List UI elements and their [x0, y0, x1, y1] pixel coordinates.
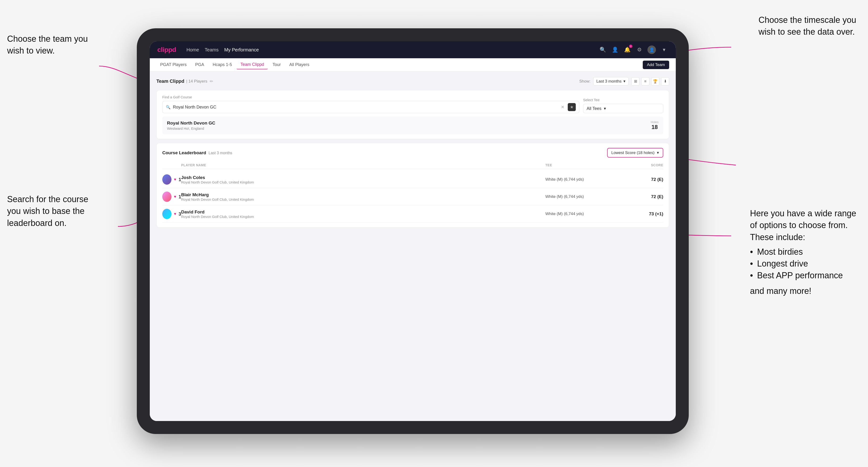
tee-info-3: White (M) (6,744 yds): [545, 212, 616, 216]
player-club-2: Royal North Devon Golf Club, United King…: [181, 197, 545, 201]
show-value: Last 3 months: [596, 79, 621, 84]
table-row: ♥ 1 Blair McHarg Royal North Devon Golf …: [162, 188, 663, 206]
bell-icon-nav[interactable]: 🔔 1: [623, 45, 631, 54]
tee-dropdown[interactable]: All Tees ▾: [583, 104, 663, 113]
col-score: SCORE: [616, 163, 663, 167]
search-icon: 🔍: [166, 105, 170, 110]
player-rank-1: ♥ 1: [162, 174, 181, 185]
nav-links: Home Teams My Performance: [186, 47, 591, 53]
user-avatar-nav[interactable]: 👤: [647, 45, 656, 54]
tee-info-1: White (M) (6,744 yds): [545, 177, 616, 182]
nav-home[interactable]: Home: [186, 47, 199, 53]
edit-team-icon[interactable]: ✏: [210, 79, 213, 84]
team-player-count: | 14 Players: [186, 79, 207, 84]
trophy-view-button[interactable]: 🏆: [651, 77, 659, 85]
player-avatar-2: [162, 191, 172, 202]
tee-select-field: Select Tee All Tees ▾: [583, 98, 663, 113]
select-tee-label: Select Tee: [583, 98, 663, 102]
heart-icon-1: ♥: [174, 177, 176, 182]
player-club-3: Royal North Devon Golf Club, United King…: [181, 215, 545, 219]
annotation-bottom-right: Here you have a wide range of options to…: [750, 208, 856, 296]
avatar-chevron-icon[interactable]: ▾: [660, 45, 668, 54]
heart-icon-3: ♥: [174, 212, 176, 216]
holes-label: Holes: [651, 120, 658, 124]
annotation-tr-line2: wish to see the data over.: [758, 27, 855, 36]
search-row: Find a Golf Course 🔍 ✕ ★ Select Tee All …: [162, 95, 663, 113]
table-row: ♥ 1 Josh Coles Royal North Devon Golf Cl…: [162, 171, 663, 188]
nav-my-performance[interactable]: My Performance: [224, 47, 259, 53]
team-name: Team Clippd: [156, 79, 184, 84]
bullet-app: Best APP performance: [750, 271, 856, 280]
score-val-1: 72 (E): [616, 177, 663, 182]
course-search-input[interactable]: [173, 105, 557, 110]
list-view-button[interactable]: ≡: [641, 77, 649, 85]
ann-br-t1: Here you have a wide range: [750, 209, 856, 218]
holes-number: 18: [651, 124, 658, 130]
col-rank: [162, 163, 181, 167]
course-name: Royal North Devon GC: [167, 121, 215, 126]
find-course-label: Find a Golf Course: [162, 95, 579, 99]
person-icon-nav[interactable]: 👤: [611, 45, 619, 54]
player-name-1: Josh Coles: [181, 175, 545, 180]
nav-icons: 🔍 👤 🔔 1 ⚙ 👤 ▾: [598, 45, 668, 54]
main-content: Team Clippd | 14 Players ✏ Show: Last 3 …: [150, 71, 676, 421]
rank-number-3: 3: [179, 211, 181, 217]
score-val-3: 73 (+1): [616, 211, 663, 217]
player-rank-3: ♥ 3: [162, 209, 181, 219]
annotation-tr-line1: Choose the timescale you: [758, 15, 856, 25]
leaderboard-title-wrap: Course Leaderboard Last 3 months: [162, 150, 232, 155]
nav-bar: clippd Home Teams My Performance 🔍 👤 🔔 1…: [150, 41, 676, 58]
settings-icon-nav[interactable]: ⚙: [635, 45, 644, 54]
holes-box: Holes 18: [651, 120, 658, 130]
nav-logo: clippd: [157, 46, 176, 54]
col-tee: TEE: [545, 163, 616, 167]
show-controls: Show: Last 3 months ▾ ⊞ ≡ 🏆 ⬇: [579, 77, 669, 85]
rank-number-1: 1: [179, 177, 181, 182]
player-info-1: Josh Coles Royal North Devon Golf Club, …: [181, 175, 545, 184]
sub-nav-tour[interactable]: Tour: [269, 60, 284, 69]
annotation-line2: wish to view.: [7, 46, 55, 55]
search-icon-nav[interactable]: 🔍: [598, 45, 607, 54]
score-val-2: 72 (E): [616, 194, 663, 199]
view-icons: ⊞ ≡ 🏆 ⬇: [631, 77, 669, 85]
heart-icon-2: ♥: [174, 195, 176, 199]
nav-teams[interactable]: Teams: [205, 47, 219, 53]
sub-nav-team-clippd[interactable]: Team Clippd: [237, 60, 268, 69]
sub-nav: PGAT Players PGA Hcaps 1-5 Team Clippd T…: [150, 58, 676, 71]
annotation-top-left: Choose the team you wish to view.: [7, 33, 88, 57]
player-info-3: David Ford Royal North Devon Golf Club, …: [181, 210, 545, 219]
table-header: PLAYER NAME TEE SCORE: [162, 161, 663, 169]
favorite-button[interactable]: ★: [568, 103, 576, 111]
annotation-line1: Choose the team you: [7, 34, 88, 44]
course-result: Royal North Devon GC Westward Ho!, Engla…: [162, 117, 663, 134]
grid-view-button[interactable]: ⊞: [631, 77, 640, 85]
team-header: Team Clippd | 14 Players ✏ Show: Last 3 …: [156, 77, 669, 85]
leaderboard-section: Course Leaderboard Last 3 months Lowest …: [156, 143, 669, 228]
clear-search-button[interactable]: ✕: [560, 104, 565, 110]
search-section: Find a Golf Course 🔍 ✕ ★ Select Tee All …: [156, 90, 669, 139]
notification-badge: 1: [629, 44, 632, 48]
add-team-button[interactable]: Add Team: [643, 61, 669, 69]
leaderboard-header: Course Leaderboard Last 3 months Lowest …: [162, 148, 663, 158]
sub-nav-pga[interactable]: PGA: [191, 60, 208, 69]
tee-info-2: White (M) (6,744 yds): [545, 194, 616, 199]
and-more-text: and many more!: [750, 286, 856, 296]
tablet-screen: clippd Home Teams My Performance 🔍 👤 🔔 1…: [150, 41, 676, 421]
sub-nav-pgat[interactable]: PGAT Players: [156, 60, 190, 69]
leaderboard-subtitle: Last 3 months: [209, 151, 232, 155]
tablet-frame: clippd Home Teams My Performance 🔍 👤 🔔 1…: [137, 28, 689, 434]
sub-nav-hcaps[interactable]: Hcaps 1-5: [209, 60, 236, 69]
bullet-drive: Longest drive: [750, 259, 856, 269]
download-button[interactable]: ⬇: [661, 77, 669, 85]
player-club-1: Royal North Devon Golf Club, United King…: [181, 180, 545, 184]
annotation-top-right: Choose the timescale you wish to see the…: [758, 14, 856, 38]
ann-br-t3: These include:: [750, 232, 805, 242]
sub-nav-all-players[interactable]: All Players: [286, 60, 313, 69]
annotation-bl-line1: Search for the course: [7, 194, 88, 204]
score-type-dropdown[interactable]: Lowest Score (18 holes) ▾: [607, 148, 663, 158]
table-row: ♥ 3 David Ford Royal North Devon Golf Cl…: [162, 206, 663, 223]
tee-value: All Tees: [587, 106, 601, 111]
player-rank-2: ♥ 1: [162, 191, 181, 202]
player-name-2: Blair McHarg: [181, 192, 545, 197]
show-dropdown[interactable]: Last 3 months ▾: [593, 77, 628, 85]
